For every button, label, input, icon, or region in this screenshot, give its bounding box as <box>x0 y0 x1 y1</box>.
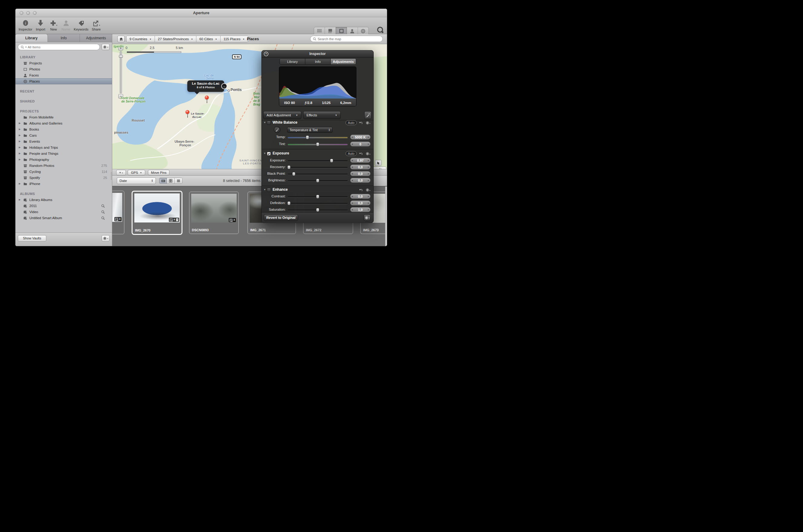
decrement-icon[interactable]: ◂ <box>351 143 353 146</box>
viewer-mode-grid[interactable] <box>314 27 325 35</box>
place-callout[interactable]: Le Sauze-du-Lac 8 of 8 Photos → <box>187 80 224 92</box>
auto-enhance-wand-button[interactable] <box>364 111 371 119</box>
sidebar-item-cycling[interactable]: Cycling 114 <box>15 169 112 175</box>
sidebar-item-people-and-things[interactable]: ▶ People and Things <box>15 151 112 156</box>
brightness-slider-thumb[interactable] <box>316 179 320 183</box>
increment-icon[interactable]: ▸ <box>368 208 369 211</box>
viewer-mode-browser[interactable] <box>325 27 336 35</box>
increment-icon[interactable]: ▸ <box>368 179 369 182</box>
brightness-slider[interactable] <box>288 180 348 182</box>
decrement-icon[interactable]: ◂ <box>351 202 353 204</box>
sidebar-item-2011[interactable]: 2011 <box>15 203 112 209</box>
disclosure-triangle-icon[interactable]: ▶ <box>19 126 22 132</box>
viewer-mode-viewer[interactable] <box>336 27 347 35</box>
disclosure-triangle-icon[interactable]: ▶ <box>19 145 22 151</box>
search-scope-chevron-icon[interactable]: ▾ <box>25 46 26 49</box>
contrast-slider[interactable] <box>288 196 348 197</box>
map-cursor-mode-button[interactable] <box>375 160 382 166</box>
undo-icon[interactable] <box>359 120 363 125</box>
sidebar-item-albums-and-galleries[interactable]: ▶ Albums and Galleries <box>15 120 112 126</box>
zoom-slider[interactable] <box>120 51 122 93</box>
definition-slider-thumb[interactable] <box>287 201 290 205</box>
exposure-value-stepper[interactable]: ◂0,97▸ <box>350 158 371 163</box>
callout-arrow-button[interactable]: → <box>221 83 227 89</box>
sort-order-select[interactable]: Date ▲▼ <box>117 177 156 184</box>
temp-value-stepper[interactable]: ◂5000 K▸ <box>350 134 371 140</box>
thumbnail-img-2670[interactable]: + IMG_2670 <box>132 191 182 235</box>
tab-library[interactable]: Library <box>15 34 48 42</box>
increment-icon[interactable]: ▸ <box>368 143 369 146</box>
disclosure-triangle-icon[interactable]: ▼ <box>263 188 266 191</box>
disclosure-triangle-icon[interactable]: ▶ <box>19 138 22 145</box>
undo-icon[interactable] <box>359 151 363 156</box>
tint-slider-thumb[interactable] <box>316 142 320 146</box>
map-search-field[interactable] <box>310 36 383 42</box>
sidebar-item-untitled-smart-album[interactable]: Untitled Smart Album <box>15 215 112 221</box>
view-list-button[interactable] <box>175 178 182 184</box>
viewer-mode-places[interactable] <box>358 27 368 35</box>
increment-icon[interactable]: ▸ <box>368 195 369 198</box>
sidebar-item-cars[interactable]: ▶ Cars <box>15 132 112 138</box>
eyedropper-button[interactable] <box>274 126 280 133</box>
sidebar-item-spotify[interactable]: Spotify 25 <box>15 175 112 181</box>
disclosure-triangle-icon[interactable]: ▼ <box>263 121 266 124</box>
inspector-tab-adjustments[interactable]: Adjustments <box>331 59 356 64</box>
inspector-tab-library[interactable]: Library <box>280 59 305 64</box>
revert-to-original-button[interactable]: Revert to Original <box>264 214 298 221</box>
temp-slider[interactable] <box>288 137 348 138</box>
sidebar-item-library-albums[interactable]: ▶ Library Albums <box>15 197 112 203</box>
photo-pin-sauze-2[interactable] <box>185 110 189 114</box>
white-balance-checkbox[interactable] <box>267 121 271 125</box>
sidebar-gear-button[interactable]: ▾ <box>102 235 110 242</box>
contrast-value-stepper[interactable]: ◂0,0▸ <box>350 194 371 199</box>
increment-icon[interactable]: ▸ <box>368 172 369 175</box>
satellite-button-clipped[interactable]: lite <box>372 167 386 169</box>
breadcrumb-cities[interactable]: 60 Cities▼ <box>196 36 221 42</box>
map-gear-button[interactable]: ▾ <box>116 170 126 175</box>
viewer-mode-faces[interactable] <box>347 27 358 35</box>
tint-slider[interactable] <box>288 144 348 145</box>
move-pins-button[interactable]: Move Pins <box>148 170 169 175</box>
thumbnail-dscn0893[interactable]: + DSCN0893 <box>189 192 239 234</box>
saturation-value-stepper[interactable]: ◂1,0▸ <box>350 207 371 212</box>
increment-icon[interactable]: ▸ <box>368 202 369 204</box>
gear-icon[interactable]: ▾ <box>365 188 370 192</box>
disclosure-triangle-icon[interactable]: ▶ <box>19 181 22 187</box>
recovery-slider-thumb[interactable] <box>287 165 290 169</box>
decrement-icon[interactable]: ◂ <box>351 208 353 211</box>
decrement-icon[interactable]: ◂ <box>351 172 353 175</box>
tab-adjustments[interactable]: Adjustments <box>80 34 112 42</box>
filmstrip-scrollbar[interactable] <box>385 187 387 246</box>
add-adjustment-button[interactable]: Add Adjustment▼ <box>263 111 302 119</box>
sidebar-item-video[interactable]: Video <box>15 209 112 215</box>
black-point-slider-thumb[interactable] <box>292 172 295 176</box>
decrement-icon[interactable]: ◂ <box>351 159 353 162</box>
sidebar-item-from-mobileme[interactable]: From MobileMe <box>15 114 112 120</box>
black-point-value-stepper[interactable]: ◂0,0▸ <box>350 171 371 176</box>
disclosure-triangle-icon[interactable]: ▶ <box>19 151 22 156</box>
temp-slider-thumb[interactable] <box>306 135 309 139</box>
sidebar-item-photos[interactable]: Photos <box>15 66 112 72</box>
view-grid-button[interactable] <box>167 178 175 184</box>
sidebar-item-events[interactable]: ▶ Events <box>15 138 112 145</box>
disclosure-triangle-icon[interactable]: ▶ <box>19 156 22 163</box>
sidebar-item-faces[interactable]: Faces <box>15 72 112 78</box>
tint-value-stepper[interactable]: ◂0▸ <box>350 141 371 147</box>
recovery-slider[interactable] <box>288 167 348 168</box>
saturation-slider-thumb[interactable] <box>316 208 320 212</box>
breadcrumb-countries[interactable]: 9 Countries▼ <box>126 36 155 42</box>
increment-icon[interactable]: ▸ <box>368 159 369 162</box>
sidebar-item-random-photos[interactable]: Random Photos 275 <box>15 163 112 169</box>
sidebar-item-places[interactable]: Places <box>15 78 112 84</box>
breadcrumb-places[interactable]: 115 Places▼ <box>221 36 248 42</box>
disclosure-triangle-icon[interactable]: ▼ <box>263 152 266 155</box>
sidebar-search-gear-button[interactable]: ▾ <box>102 44 110 50</box>
white-balance-preset-select[interactable]: Temperature & Tint ▲▼ <box>287 127 332 133</box>
zoom-slider-thumb[interactable] <box>119 55 123 58</box>
decrement-icon[interactable]: ◂ <box>351 166 353 168</box>
sidebar-item-iphone[interactable]: ▶ iPhone <box>15 181 112 187</box>
sidebar-item-holidays-and-trips[interactable]: ▶ Holidays and Trips <box>15 145 112 151</box>
decrement-icon[interactable]: ◂ <box>351 195 353 198</box>
disclosure-triangle-icon[interactable]: ▶ <box>19 132 22 138</box>
inspector-close-button[interactable]: ✕ <box>264 52 268 56</box>
